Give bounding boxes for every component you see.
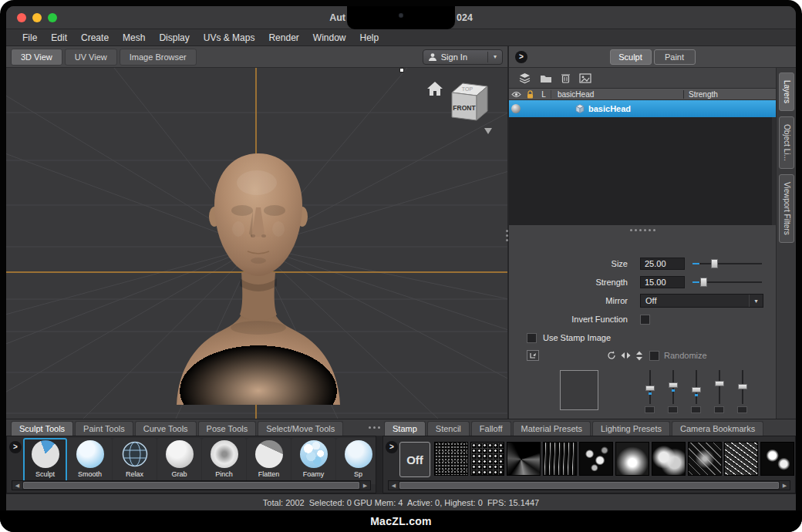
minimize-window-button[interactable] [32,13,42,22]
layer-list-scrollbar[interactable] [772,117,776,225]
tab-sculpt[interactable]: Sculpt [610,49,652,65]
stamp-slider-2[interactable] [668,370,679,415]
menu-item-render[interactable]: Render [261,29,305,46]
stamp-slider-4[interactable] [714,370,725,415]
scrollbar-thumb[interactable] [23,482,359,489]
import-stamp-button[interactable] [527,350,539,361]
delete-layer-button[interactable] [561,72,571,83]
stamp-thumbnail-8[interactable] [688,442,722,476]
strength-slider[interactable] [692,277,762,288]
new-layer-button[interactable] [518,72,531,84]
tool-sculpt[interactable]: Sculpt [23,438,67,484]
stamp-slider-1[interactable] [645,370,655,415]
viewcube[interactable]: TOP FRONT [426,74,497,139]
header-name-column[interactable]: basicHead [551,90,683,99]
tab-stamp[interactable]: Stamp [384,421,426,436]
stamp-tray-scrollbar[interactable]: ◀ ▶ [388,480,790,490]
stamp-slider-value-2[interactable] [668,406,678,413]
close-window-button[interactable] [17,13,26,22]
scrollbar-thumb[interactable] [399,482,779,489]
tool-relax[interactable]: Relax [113,438,157,484]
tray-collapse-button[interactable]: > [9,441,22,453]
stamp-thumbnail-10[interactable] [760,442,794,476]
menu-item-display[interactable]: Display [152,29,196,46]
rotate-stamp-button[interactable] [607,351,616,360]
tool-flatten[interactable]: Flatten [247,438,291,484]
menu-item-edit[interactable]: Edit [44,29,74,46]
stamp-off-button[interactable]: Off [399,442,430,477]
layer-list-empty-area[interactable] [509,117,776,225]
stamp-thumbnail-6[interactable] [615,442,649,476]
stamp-thumbnail-9[interactable] [724,442,758,476]
tab-material-presets[interactable]: Material Presets [513,421,591,436]
tab-camera-bookmarks[interactable]: Camera Bookmarks [672,421,763,436]
lock-icon[interactable] [523,90,537,99]
flip-vertical-button[interactable] [635,351,643,361]
invert-function-checkbox[interactable] [640,315,650,325]
tool-foamy[interactable]: Foamy [291,438,335,484]
stamp-thumbnail-4[interactable] [543,442,577,476]
new-group-button[interactable] [540,73,552,83]
visibility-eye-icon[interactable] [509,91,523,98]
panel-collapse-button[interactable]: > [515,51,527,63]
strength-field[interactable]: 15.00 [640,276,685,288]
scroll-left-arrow[interactable]: ◀ [389,481,399,490]
use-stamp-image-checkbox[interactable] [527,333,537,343]
stamp-slider-5[interactable] [737,370,748,415]
stamp-thumbnail-2[interactable] [470,442,504,476]
tool-smooth[interactable]: Smooth [68,438,112,484]
stamp-slider-value-3[interactable] [691,406,701,413]
tool-pinch[interactable]: Pinch [202,438,246,484]
tray-collapse-button[interactable]: > [386,441,398,453]
viewport-3d[interactable]: TOP FRONT [6,68,507,419]
layer-image-button[interactable] [579,73,591,83]
tab-3d-view[interactable]: 3D View [11,49,62,66]
randomize-checkbox[interactable] [649,351,659,361]
side-tab-object-list[interactable]: Object Li... [779,116,794,169]
strength-slider-handle[interactable] [700,278,707,287]
menu-item-create[interactable]: Create [74,29,116,46]
menu-item-mesh[interactable]: Mesh [116,29,152,46]
tab-sculpt-tools[interactable]: Sculpt Tools [11,421,73,436]
layer-visibility-toggle[interactable] [509,104,523,113]
stamp-slider-value-4[interactable] [714,406,724,413]
chevron-down-icon[interactable]: ▾ [488,53,502,60]
scroll-right-arrow[interactable]: ▶ [780,481,790,490]
tab-paint[interactable]: Paint [654,49,696,65]
stamp-thumbnail-7[interactable] [652,442,686,476]
stamp-thumbnail-3[interactable] [507,442,541,476]
menu-item-file[interactable]: File [15,29,44,46]
menu-item-uvs-maps[interactable]: UVs & Maps [197,29,262,46]
signin-button[interactable]: Sign In ▾ [423,49,503,65]
stamp-thumbnail-1[interactable] [434,442,468,476]
size-field[interactable]: 25.00 [640,258,685,270]
stamp-thumbnail-5[interactable] [579,442,613,476]
scroll-left-arrow[interactable]: ◀ [12,481,22,490]
menu-item-help[interactable]: Help [353,29,386,46]
stamp-slider-value-1[interactable] [645,406,655,413]
mirror-select[interactable]: Off ▾ [640,294,763,308]
menu-item-window[interactable]: Window [306,29,353,46]
stamp-slider-value-5[interactable] [737,406,747,413]
tab-curve-tools[interactable]: Curve Tools [135,421,197,436]
tool-grab[interactable]: Grab [157,438,201,484]
scroll-right-arrow[interactable]: ▶ [360,481,370,490]
stamp-slider-3[interactable] [691,370,702,415]
side-tab-layers[interactable]: Layers [779,72,794,111]
flip-horizontal-button[interactable] [621,352,631,359]
tab-select-move-tools[interactable]: Select/Move Tools [258,421,343,436]
tray-splitter-dots[interactable] [369,426,380,429]
zoom-window-button[interactable] [48,13,57,22]
tab-stencil[interactable]: Stencil [427,421,470,436]
side-tab-viewport-filters[interactable]: Viewport Filters [779,174,794,243]
tab-image-browser[interactable]: Image Browser [120,49,197,66]
size-slider-handle[interactable] [711,259,718,268]
tab-paint-tools[interactable]: Paint Tools [75,421,133,436]
tool-spray[interactable]: Sp [336,438,376,484]
tab-pose-tools[interactable]: Pose Tools [198,421,257,436]
chevron-down-icon[interactable]: ▾ [749,295,763,307]
tool-tray-scrollbar[interactable]: ◀ ▶ [12,480,371,490]
sculpted-head-model[interactable] [166,143,351,405]
header-strength-column[interactable]: Strength [683,90,776,99]
tab-falloff[interactable]: Falloff [471,421,511,436]
